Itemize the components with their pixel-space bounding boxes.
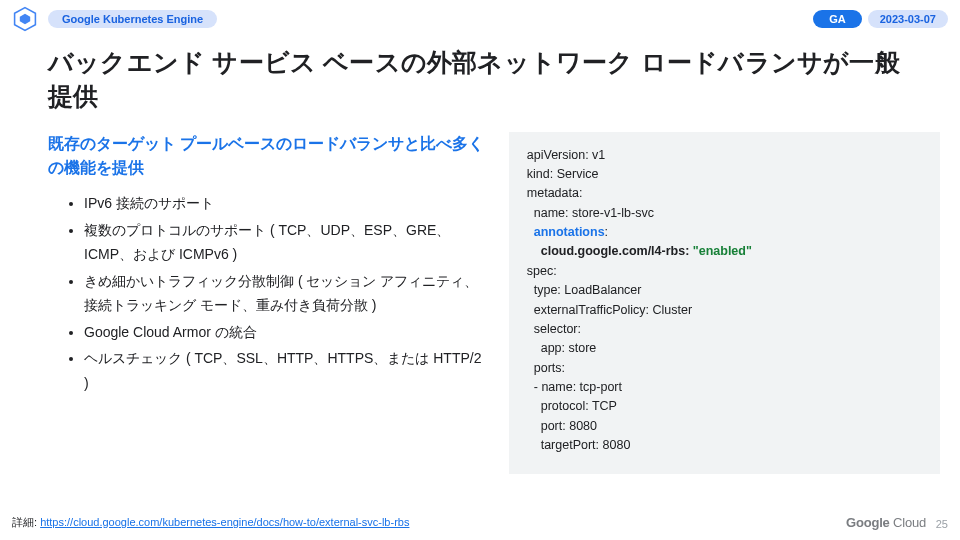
code-line: protocol: TCP [527, 397, 922, 416]
code-line: apiVersion: v1 [527, 146, 922, 165]
subheading: 既存のターゲット プールベースのロードバランサと比べ多くの機能を提供 [48, 132, 485, 182]
content-row: 既存のターゲット プールベースのロードバランサと比べ多くの機能を提供 IPv6 … [0, 114, 960, 474]
ga-badge: GA [813, 10, 862, 28]
code-line: selector: [527, 320, 922, 339]
code-line: metadata: [527, 184, 922, 203]
list-item: IPv6 接続のサポート [84, 191, 485, 216]
code-annotations-key: annotations [534, 225, 605, 239]
footer-label: 詳細: [12, 516, 40, 528]
footer: 詳細: https://cloud.google.com/kubernetes-… [12, 515, 409, 530]
code-line: - name: tcp-port [527, 378, 922, 397]
feature-list: IPv6 接続のサポート 複数のプロトコルのサポート ( TCP、UDP、ESP… [48, 191, 485, 395]
code-line: cloud.google.com/l4-rbs: "enabled" [527, 242, 922, 261]
details-link[interactable]: https://cloud.google.com/kubernetes-engi… [40, 516, 409, 528]
code-line: externalTrafficPolicy: Cluster [527, 301, 922, 320]
list-item: ヘルスチェック ( TCP、SSL、HTTP、HTTPS、または HTTP/2 … [84, 346, 485, 395]
code-line: annotations: [527, 223, 922, 242]
date-badge: 2023-03-07 [868, 10, 948, 28]
code-line: spec: [527, 262, 922, 281]
code-enabled-value: "enabled" [693, 244, 752, 258]
code-line: type: LoadBalancer [527, 281, 922, 300]
code-line: kind: Service [527, 165, 922, 184]
google-cloud-logo: Google Cloud [846, 515, 926, 530]
list-item: Google Cloud Armor の統合 [84, 320, 485, 345]
code-line: ports: [527, 359, 922, 378]
code-line: name: store-v1-lb-svc [527, 204, 922, 223]
code-line: targetPort: 8080 [527, 436, 922, 455]
slide-header: Google Kubernetes Engine GA 2023-03-07 [0, 0, 960, 32]
slide-title: バックエンド サービス ベースの外部ネットワーク ロードバランサが一般提供 [0, 32, 960, 114]
svg-marker-1 [20, 14, 30, 24]
code-line: app: store [527, 339, 922, 358]
code-line: port: 8080 [527, 417, 922, 436]
gke-hex-icon [12, 6, 38, 32]
product-pill: Google Kubernetes Engine [48, 10, 217, 28]
page-number: 25 [936, 518, 948, 530]
list-item: きめ細かいトラフィック分散制御 ( セッション アフィニティ、接続トラッキング … [84, 269, 485, 318]
left-column: 既存のターゲット プールベースのロードバランサと比べ多くの機能を提供 IPv6 … [48, 132, 485, 474]
list-item: 複数のプロトコルのサポート ( TCP、UDP、ESP、GRE、ICMP、および… [84, 218, 485, 267]
code-block: apiVersion: v1 kind: Service metadata: n… [509, 132, 940, 474]
